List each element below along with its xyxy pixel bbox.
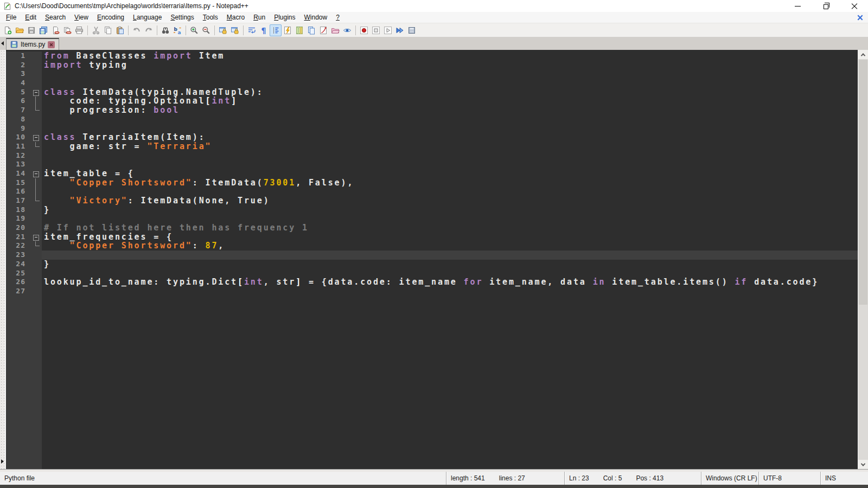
close-icon: [851, 3, 857, 9]
macro-stop-icon[interactable]: [370, 24, 382, 36]
status-encoding[interactable]: UTF-8: [758, 472, 820, 485]
macro-save-icon[interactable]: [406, 24, 418, 36]
code-text: }: [42, 206, 858, 215]
fold-collapse-icon[interactable]: [31, 88, 42, 97]
code-text: "Victory": ItemData(None, True): [42, 196, 858, 206]
menu-item-language[interactable]: Language: [129, 12, 166, 23]
open-icon[interactable]: [14, 24, 25, 36]
menu-item-encoding[interactable]: Encoding: [93, 12, 129, 23]
panel-collapse-left-icon[interactable]: [1, 41, 4, 46]
code-line: 13: [6, 160, 858, 169]
fold-collapse-icon[interactable]: [31, 169, 42, 178]
show-all-characters-icon[interactable]: ¶: [258, 24, 270, 36]
fold-margin: [31, 187, 42, 196]
undo-icon[interactable]: [131, 24, 143, 36]
tab-label: Items.py: [21, 41, 45, 48]
fold-margin: [31, 196, 42, 206]
paste-icon[interactable]: [114, 24, 126, 36]
status-eol-format[interactable]: Windows (CR LF): [701, 472, 758, 485]
close-all-icon[interactable]: [61, 24, 73, 36]
line-number: 18: [6, 206, 31, 215]
line-number: 19: [6, 214, 31, 223]
menu-item-settings[interactable]: Settings: [166, 12, 198, 23]
code-line: 4: [6, 79, 858, 88]
toolbar-separator: [157, 25, 157, 35]
save-all-icon[interactable]: [37, 24, 49, 36]
menu-item-window[interactable]: Window: [300, 12, 332, 23]
zoom-in-icon[interactable]: [188, 24, 200, 36]
dock-splitter[interactable]: [0, 50, 5, 469]
code-text: "Copper Shortsword": ItemData(73001, Fal…: [42, 178, 858, 188]
status-insert-mode[interactable]: INS: [820, 472, 868, 485]
find-icon[interactable]: [159, 24, 171, 36]
indent-guide-icon[interactable]: [270, 24, 282, 36]
word-wrap-icon[interactable]: [246, 24, 258, 36]
macro-play-icon[interactable]: [382, 24, 394, 36]
monitoring-icon[interactable]: [341, 24, 353, 36]
code-text: game: str = "Terraria": [42, 142, 858, 151]
new-file-icon[interactable]: [2, 24, 14, 36]
folder-as-workspace-icon[interactable]: [329, 24, 341, 36]
line-number: 2: [6, 61, 31, 70]
menu-item-tools[interactable]: Tools: [199, 12, 222, 23]
menu-item-help[interactable]: ?: [331, 12, 344, 23]
document-close-button[interactable]: [857, 14, 864, 21]
notepad-plus-plus-window: C:\Users\Dood\Documents\tmp\Archipelago\…: [0, 0, 868, 488]
scroll-up-icon[interactable]: [858, 50, 868, 59]
fold-collapse-icon[interactable]: [31, 233, 42, 242]
replace-icon[interactable]: ba: [171, 24, 183, 36]
code-line: 21item_frequencies = {: [6, 233, 858, 242]
document-list-icon[interactable]: [305, 24, 317, 36]
macro-edit-icon[interactable]: [317, 24, 329, 36]
code-text: progression: bool: [42, 106, 858, 115]
code-text: "Copper Shortsword": 87,: [42, 241, 858, 251]
status-bar: Python file length : 541lines : 27 Ln : …: [0, 472, 868, 485]
menu-item-edit[interactable]: Edit: [21, 12, 41, 23]
line-number: 8: [6, 115, 31, 124]
close-icon[interactable]: [49, 24, 61, 36]
vertical-scrollbar[interactable]: [858, 50, 868, 469]
code-line: 10class TerrariaItem(Item):: [6, 133, 858, 142]
cut-icon[interactable]: [90, 24, 102, 36]
menu-item-search[interactable]: Search: [41, 12, 70, 23]
menu-item-plugins[interactable]: Plugins: [270, 12, 299, 23]
scrollbar-thumb[interactable]: [859, 60, 867, 305]
code-line: 16: [6, 187, 858, 196]
sync-horizontal-icon[interactable]: [229, 24, 241, 36]
menu-item-view[interactable]: View: [70, 12, 93, 23]
redo-icon[interactable]: [143, 24, 155, 36]
status-cursor-position: Ln : 23Col : 5Pos : 413: [564, 472, 701, 485]
line-number: 23: [6, 251, 31, 260]
panel-collapse-right-icon[interactable]: [1, 459, 4, 464]
fold-margin: [31, 52, 42, 61]
document-map-icon[interactable]: [293, 24, 305, 36]
code-line: 27: [6, 287, 858, 296]
fold-collapse-icon[interactable]: [31, 133, 42, 142]
sync-vertical-icon[interactable]: [217, 24, 229, 36]
menu-item-run[interactable]: Run: [249, 12, 270, 23]
tab-items-py[interactable]: Items.py: [6, 38, 59, 50]
close-button[interactable]: [840, 0, 868, 12]
zoom-out-icon[interactable]: [200, 24, 212, 36]
line-number: 3: [6, 69, 31, 79]
tab-close-icon[interactable]: [48, 41, 55, 48]
macro-record-icon[interactable]: [358, 24, 370, 36]
print-icon[interactable]: [73, 24, 85, 36]
editor[interactable]: 1from BaseClasses import Item2import typ…: [5, 50, 858, 469]
function-list-icon[interactable]: [282, 24, 293, 36]
menu-item-file[interactable]: File: [2, 12, 21, 23]
menu-bar: FileEditSearchViewEncodingLanguageSettin…: [0, 12, 868, 23]
line-number: 4: [6, 79, 31, 88]
scroll-down-icon[interactable]: [858, 460, 868, 469]
code-text: [42, 124, 858, 133]
copy-icon[interactable]: [102, 24, 114, 36]
saved-icon: [10, 41, 18, 48]
restore-button[interactable]: [812, 0, 840, 12]
code-line: 25: [6, 269, 858, 278]
svg-text:¶: ¶: [261, 26, 266, 35]
menu-item-macro[interactable]: Macro: [222, 12, 249, 23]
window-title: C:\Users\Dood\Documents\tmp\Archipelago\…: [15, 2, 783, 10]
minimize-button[interactable]: [783, 0, 812, 12]
save-icon[interactable]: [25, 24, 37, 36]
macro-run-multiple-icon[interactable]: [394, 24, 406, 36]
